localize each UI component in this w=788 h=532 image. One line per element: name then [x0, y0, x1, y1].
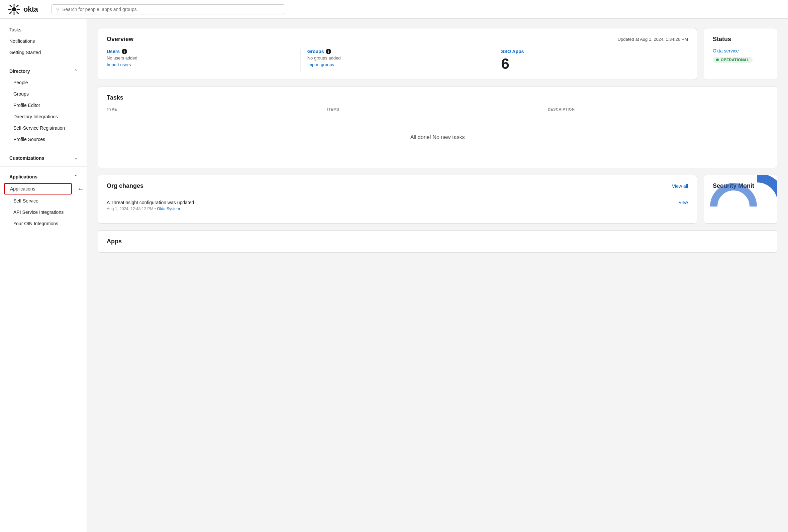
org-card-header: Org changes View all	[107, 182, 688, 189]
okta-system-link[interactable]: Okta System	[157, 206, 180, 211]
top-navigation: okta ⚲	[0, 0, 788, 19]
search-input[interactable]	[62, 7, 280, 12]
sidebar-divider-3	[0, 166, 86, 167]
org-entry-title-row: A ThreatInsight configuration was update…	[107, 200, 688, 205]
okta-logo-icon	[8, 3, 20, 15]
groups-col-label[interactable]: Groups i	[308, 49, 494, 54]
sidebar-item-self-service-registration[interactable]: Self-Service Registration	[0, 122, 86, 134]
overview-status-row: Overview Updated at Aug 1, 2024, 1:34:26…	[98, 28, 777, 80]
main-content: Overview Updated at Aug 1, 2024, 1:34:26…	[87, 19, 788, 532]
tasks-col-description: DESCRIPTION	[548, 107, 768, 111]
directory-chevron-icon: ⌃	[74, 69, 77, 74]
import-groups-link[interactable]: Import groups	[308, 62, 334, 67]
import-users-link[interactable]: Import users	[107, 62, 131, 67]
sidebar-item-directory-integrations[interactable]: Directory Integrations	[0, 111, 86, 122]
status-title: Status	[713, 36, 768, 43]
sidebar-item-notifications[interactable]: Notifications	[0, 36, 86, 47]
sidebar-item-groups[interactable]: Groups	[0, 88, 86, 100]
security-monitor-card: Security Monit	[704, 175, 777, 224]
view-all-link[interactable]: View all	[672, 183, 688, 189]
overview-card-header: Overview Updated at Aug 1, 2024, 1:34:26…	[107, 36, 688, 43]
overview-sso-col: SSO Apps 6	[494, 49, 688, 72]
search-bar[interactable]: ⚲	[51, 4, 285, 14]
svg-line-6	[17, 12, 18, 13]
bottom-cards-row: Org changes View all A ThreatInsight con…	[98, 175, 777, 224]
svg-line-5	[10, 5, 12, 7]
tasks-col-type: TYPE	[107, 107, 327, 111]
org-entry: A ThreatInsight configuration was update…	[107, 195, 688, 216]
logo-area: okta	[8, 3, 38, 15]
sidebar-item-people[interactable]: People	[0, 77, 86, 88]
sidebar: Tasks Notifications Getting Started Dire…	[0, 19, 87, 532]
org-entry-meta: Aug 1, 2024, 12:48:12 PM • Okta System	[107, 206, 688, 211]
sidebar-item-your-oin-integrations[interactable]: Your OIN Integrations	[0, 218, 86, 229]
sidebar-item-applications[interactable]: Applications	[4, 183, 72, 195]
overview-updated: Updated at Aug 1, 2024, 1:34:26 PM	[618, 37, 688, 42]
org-entry-view-link[interactable]: View	[678, 200, 688, 205]
org-changes-title: Org changes	[107, 182, 143, 189]
sidebar-item-profile-editor[interactable]: Profile Editor	[0, 100, 86, 111]
okta-service-link[interactable]: Okta service	[713, 48, 768, 54]
svg-line-7	[17, 5, 18, 7]
tasks-card-header: Tasks	[107, 94, 768, 101]
sidebar-item-api-service-integrations[interactable]: API Service Integrations	[0, 206, 86, 218]
search-icon: ⚲	[56, 7, 60, 12]
applications-chevron-icon: ⌃	[74, 175, 77, 179]
apps-title: Apps	[107, 238, 122, 245]
okta-wordmark: okta	[23, 5, 38, 14]
groups-info-icon: i	[326, 49, 331, 54]
overview-users-col: Users i No users added Import users	[107, 49, 300, 72]
sidebar-item-self-service[interactable]: Self Service	[0, 195, 86, 206]
overview-grid: Users i No users added Import users Grou…	[107, 49, 688, 72]
overview-groups-col: Groups i No groups added Import groups	[300, 49, 494, 72]
operational-dot	[716, 59, 719, 61]
operational-badge: OPERATIONAL	[713, 57, 752, 63]
sso-col-label: SSO Apps	[501, 49, 688, 54]
sidebar-item-profile-sources[interactable]: Profile Sources	[0, 134, 86, 145]
users-info-icon: i	[122, 49, 127, 54]
tasks-table-header: TYPE ITEMS DESCRIPTION	[107, 107, 768, 114]
tasks-empty-message: All done! No new tasks	[107, 114, 768, 160]
status-card: Status Okta service OPERATIONAL	[704, 28, 777, 80]
svg-line-8	[10, 12, 12, 13]
sidebar-section-applications[interactable]: Applications ⌃	[0, 169, 86, 182]
applications-arrow-indicator: ←	[77, 185, 84, 193]
tasks-title: Tasks	[107, 94, 123, 101]
tasks-card: Tasks TYPE ITEMS DESCRIPTION All done! N…	[98, 86, 777, 168]
users-desc: No users added	[107, 56, 294, 60]
customizations-chevron-icon: ⌄	[74, 156, 77, 160]
overview-title: Overview	[107, 36, 134, 43]
sidebar-item-tasks[interactable]: Tasks	[0, 24, 86, 36]
sidebar-item-getting-started[interactable]: Getting Started	[0, 47, 86, 58]
org-changes-card: Org changes View all A ThreatInsight con…	[98, 175, 697, 224]
org-entry-desc: A ThreatInsight configuration was update…	[107, 200, 194, 205]
users-col-label[interactable]: Users i	[107, 49, 294, 54]
sidebar-divider-2	[0, 148, 86, 148]
groups-desc: No groups added	[308, 56, 494, 60]
sidebar-divider-1	[0, 61, 86, 61]
tasks-col-items: ITEMS	[327, 107, 548, 111]
sidebar-section-directory[interactable]: Directory ⌃	[0, 64, 86, 77]
svg-point-0	[12, 7, 16, 12]
overview-card: Overview Updated at Aug 1, 2024, 1:34:26…	[98, 28, 697, 80]
apps-card: Apps	[98, 230, 777, 253]
sso-count: 6	[501, 56, 688, 72]
sidebar-section-customizations[interactable]: Customizations ⌄	[0, 151, 86, 164]
